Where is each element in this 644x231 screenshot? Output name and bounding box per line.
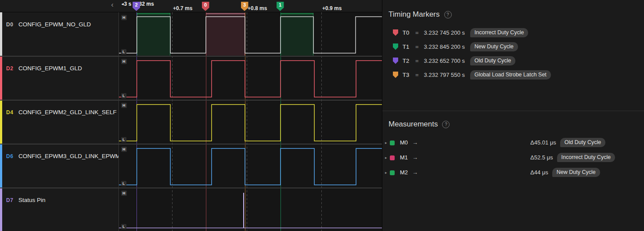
channel-color-stripe (0, 100, 2, 144)
channel-name: Status Pin (18, 197, 46, 203)
timeline-tick-label: +0.8 ms (248, 5, 267, 11)
marker-id: T1 (403, 43, 411, 50)
channel-label-column: D0 CONFIG_EPWM_NO_GLD D2 CONFIG_EPWM1_GL… (0, 12, 119, 231)
measurement-value: Δ44 μs (530, 169, 548, 176)
channel-row[interactable]: D7 Status Pin (0, 188, 119, 231)
channel-separator (0, 188, 382, 188)
level-L-badge: L (121, 224, 126, 229)
arrow-right-icon: → (412, 139, 418, 146)
level-H-badge: H (121, 15, 127, 20)
timing-markers-help-icon[interactable]: ? (444, 11, 452, 18)
timeline-marker-flag-2[interactable]: 2 (133, 2, 140, 11)
side-panel: Timing Markers ? T0 = 3.232 745 200 s In… (382, 0, 644, 231)
channel-name: CONFIG_EPWM1_GLD (18, 65, 82, 72)
level-H-badge: H (121, 103, 127, 108)
waveform-area[interactable] (119, 12, 381, 231)
timeline-marker-flag-1[interactable]: 1 (277, 2, 284, 11)
timing-markers-header: Timing Markers ? (389, 10, 452, 19)
equals-sign: = (415, 29, 419, 36)
measurement-id: M2 (400, 169, 408, 176)
timing-marker-row[interactable]: T3 = 3.232 797 550 s Global Load Strobe … (382, 70, 644, 79)
measurement-value: Δ52.5 μs (530, 154, 553, 161)
marker-flag-icon (393, 72, 398, 78)
marker-id: T2 (403, 58, 411, 64)
level-H-badge: H (121, 147, 127, 152)
expand-caret-icon[interactable]: ▸ (385, 155, 387, 160)
marker-id: T0 (403, 29, 411, 36)
timing-marker-row[interactable]: T0 = 3.232 745 200 s Incorrect Duty Cycl… (382, 28, 644, 37)
timeline-tick-label: +0.9 ms (322, 5, 342, 11)
measurement-label-badge: New Duty Cycle (552, 168, 600, 177)
timing-markers-title: Timing Markers (389, 10, 440, 19)
measurement-region (281, 13, 313, 56)
timeline-tick-label: +0.7 ms (173, 5, 192, 11)
level-L-badge: L (121, 181, 126, 186)
equals-sign: = (415, 58, 419, 64)
channel-color-stripe (0, 188, 2, 231)
marker-label-badge: Global Load Strobe Latch Set (470, 70, 551, 79)
measurement-color-swatch (390, 141, 395, 145)
channel-name: CONFIG_EPWM2_GLD_LINK_SELF (18, 109, 117, 116)
overflow-left-icon: ◂ (122, 2, 124, 6)
channel-id: D0 (6, 22, 13, 28)
channel-row[interactable]: D6 CONFIG_EPWM3_GLD_LINK_EPWM2 (0, 144, 119, 188)
measurement-row[interactable]: ▸ M0 → Δ45.01 μs Old Duty Cycle (382, 137, 644, 148)
level-L-badge: L (121, 93, 126, 98)
timing-marker-row[interactable]: T1 = 3.232 845 200 s New Duty Cycle (382, 42, 644, 51)
channel-row[interactable]: D2 CONFIG_EPWM1_GLD (0, 56, 119, 100)
expand-caret-icon[interactable]: ▸ (385, 170, 387, 175)
channel-separator (0, 100, 382, 101)
arrow-right-icon: → (412, 169, 418, 176)
expand-caret-icon[interactable]: ▸ (385, 141, 387, 145)
channel-separator (0, 144, 382, 144)
timeline-marker-flag-3[interactable]: 3 (241, 2, 248, 11)
marker-flag-icon (393, 29, 398, 36)
measurement-value: Δ45.01 μs (530, 139, 556, 146)
equals-sign: = (415, 43, 419, 50)
measurement-label-badge: Incorrect Duty Cycle (557, 153, 615, 162)
measurements-title: Measurements (389, 120, 438, 129)
logic-analyzer-app: ‹ ◂3 s : 232 ms +0.7 ms+0.8 ms+0.9 ms203… (0, 0, 644, 231)
channel-name: CONFIG_EPWM_NO_GLD (18, 21, 91, 28)
marker-label-badge: New Duty Cycle (470, 42, 518, 51)
marker-timestamp: 3.232 652 700 s (424, 58, 465, 64)
channel-id: D4 (6, 109, 13, 116)
trace-D6 (119, 148, 382, 185)
marker-flag-icon (393, 43, 398, 50)
level-H-badge: H (121, 59, 127, 64)
channel-color-stripe (0, 12, 2, 56)
measurement-region (206, 13, 245, 56)
channel-row[interactable]: D4 CONFIG_EPWM2_GLD_LINK_SELF (0, 100, 119, 144)
trace-D2 (119, 61, 382, 97)
marker-label-badge: Incorrect Duty Cycle (470, 28, 529, 37)
marker-timestamp: 3.232 745 200 s (424, 29, 465, 36)
timeline-marker-flag-0[interactable]: 0 (202, 2, 209, 11)
marker-label-badge: Old Duty Cycle (470, 56, 515, 65)
marker-timestamp: 3.232 845 200 s (424, 43, 465, 50)
channel-color-stripe (0, 56, 2, 100)
level-H-badge: H (121, 191, 127, 196)
channel-id: D2 (6, 65, 13, 72)
measurement-region (137, 13, 170, 56)
channel-separator (0, 56, 382, 57)
level-L-badge: L (121, 137, 126, 142)
pan-left-chevron-icon[interactable]: ‹ (111, 0, 114, 9)
measurements-help-icon[interactable]: ? (442, 121, 450, 128)
timing-marker-row[interactable]: T2 = 3.232 652 700 s Old Duty Cycle (382, 56, 644, 65)
channel-id: D6 (6, 153, 13, 159)
channel-row[interactable]: D0 CONFIG_EPWM_NO_GLD (0, 12, 119, 56)
measurement-row[interactable]: ▸ M2 → Δ44 μs New Duty Cycle (382, 167, 644, 178)
channel-color-stripe (0, 144, 2, 188)
measurement-row[interactable]: ▸ M1 → Δ52.5 μs Incorrect Duty Cycle (382, 152, 644, 163)
marker-id: T3 (403, 72, 411, 78)
trace-D4 (119, 105, 382, 141)
equals-sign: = (415, 72, 419, 78)
level-L-badge: L (121, 49, 126, 54)
timeline-bar[interactable]: ‹ ◂3 s : 232 ms +0.7 ms+0.8 ms+0.9 ms203… (0, 0, 382, 12)
arrow-right-icon: → (412, 154, 418, 161)
measurement-label-badge: Old Duty Cycle (560, 138, 605, 147)
waveform-canvas[interactable] (119, 12, 382, 231)
channel-id: D7 (6, 197, 13, 203)
measurement-id: M1 (400, 154, 408, 161)
channel-name: CONFIG_EPWM3_GLD_LINK_EPWM2 (18, 153, 123, 159)
